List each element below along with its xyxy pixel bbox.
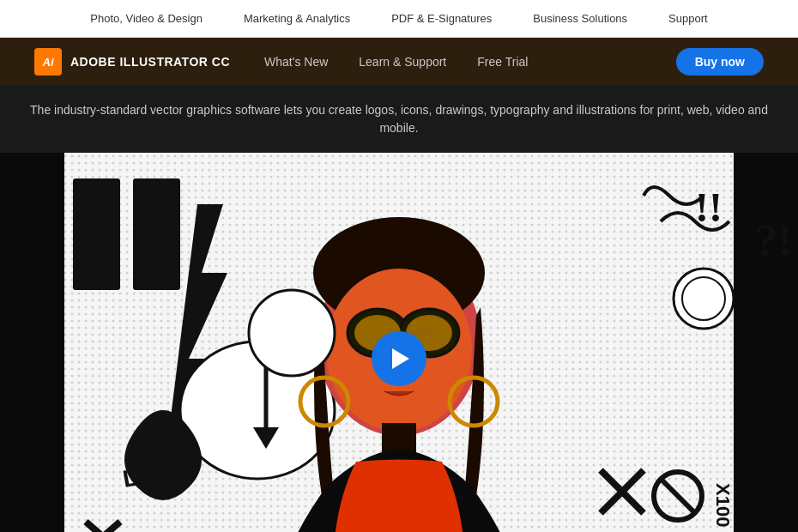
- svg-rect-6: [73, 178, 120, 290]
- product-brand[interactable]: Ai ADOBE ILLUSTRATOR CC: [34, 48, 230, 76]
- svg-point-28: [682, 277, 725, 320]
- subtitle-text: The industry-standard vector graphics so…: [30, 101, 768, 137]
- product-name: ADOBE ILLUSTRATOR CC: [70, 55, 230, 69]
- secondary-navigation: Ai ADOBE ILLUSTRATOR CC What's New Learn…: [0, 38, 798, 86]
- svg-rect-1: [0, 153, 64, 532]
- ai-icon: Ai: [34, 48, 62, 76]
- buy-now-button[interactable]: Buy now: [676, 48, 764, 76]
- nav-item-business[interactable]: Business Solutions: [533, 12, 627, 25]
- learn-support-link[interactable]: Learn & Support: [359, 55, 446, 69]
- subtitle-bar: The industry-standard vector graphics so…: [0, 86, 798, 153]
- hero-section: LMB.: [0, 153, 798, 532]
- play-icon: [392, 348, 409, 369]
- top-navigation: Photo, Video & Design Marketing & Analyt…: [0, 0, 798, 38]
- svg-rect-7: [133, 178, 180, 290]
- svg-text:X100: X100: [712, 483, 734, 527]
- whats-new-link[interactable]: What's New: [264, 55, 328, 69]
- svg-point-37: [249, 290, 335, 376]
- svg-rect-2: [734, 153, 798, 532]
- nav-item-support[interactable]: Support: [668, 12, 708, 25]
- nav-item-marketing[interactable]: Marketing & Analytics: [244, 12, 350, 25]
- nav-item-pdf[interactable]: PDF & E-Signatures: [391, 12, 492, 25]
- nav-item-photo[interactable]: Photo, Video & Design: [90, 12, 203, 25]
- play-button[interactable]: [372, 331, 426, 386]
- svg-text:?!: ?!: [755, 216, 792, 265]
- free-trial-link[interactable]: Free Trial: [477, 55, 528, 69]
